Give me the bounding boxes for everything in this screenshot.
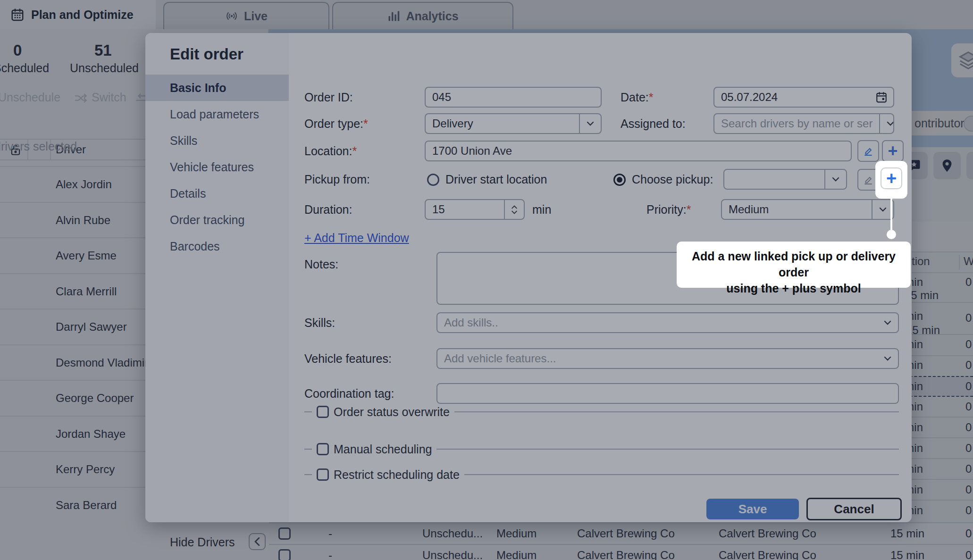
tour-tooltip: Add a new linked pick up or delivery ord…: [677, 242, 911, 288]
tour-connector-dot: [887, 230, 896, 239]
tour-tooltip-line1: Add a new linked pick up or delivery ord…: [677, 248, 911, 280]
add-linked-order-button-highlighted[interactable]: +: [881, 167, 902, 189]
tour-tooltip-line2: using the + plus symbol: [677, 280, 911, 296]
tour-connector-line: [890, 199, 892, 230]
tour-spotlight: +: [875, 161, 907, 199]
plus-icon: +: [886, 169, 897, 188]
app-screen: Plan and Optimize Live Analytics 0 Sched…: [0, 0, 973, 560]
